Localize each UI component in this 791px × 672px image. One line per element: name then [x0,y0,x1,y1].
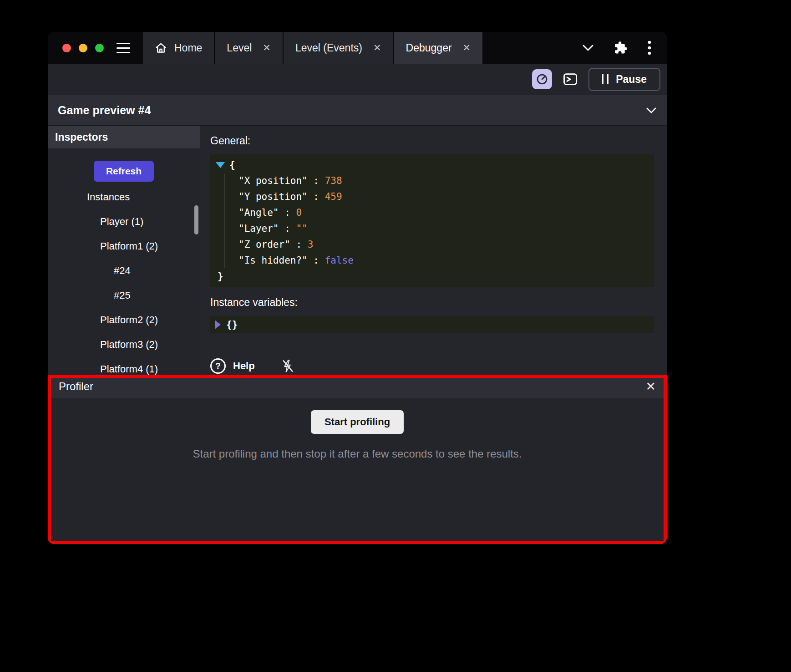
game-preview-header[interactable]: Game preview #4 [48,95,667,126]
help-label[interactable]: Help [233,360,255,372]
tab-close-icon[interactable]: ✕ [463,42,471,53]
tab-home[interactable]: Home [143,32,214,64]
tab-label: Level [227,42,252,54]
profiler-panel: Profiler ✕ Start profiling Start profili… [48,375,667,544]
tab-close-icon[interactable]: ✕ [373,42,381,53]
refresh-button[interactable]: Refresh [94,161,154,182]
app-window: Home Level ✕ Level (Events) ✕ Debugger ✕ [48,32,667,544]
profiler-title: Profiler [59,380,93,393]
json-colon: : [308,191,325,202]
tab-close-icon[interactable]: ✕ [263,42,271,53]
json-key: "X position" [238,175,308,186]
console-icon[interactable] [560,69,580,89]
inspector-detail-panel: General: { "X position" : 738 "Y positio… [200,126,667,375]
json-colon: : [308,255,325,266]
json-colon: : [308,175,325,186]
json-indent-guide [224,173,225,268]
chevron-down-icon[interactable] [646,107,657,114]
inspectors-title: Inspectors [55,131,108,143]
instances-tree: Instances Player (1) Platform1 (2) #24 #… [48,185,200,375]
tree-item-platform3[interactable]: Platform3 (2) [48,332,200,357]
game-preview-title: Game preview #4 [58,104,151,117]
chevron-down-icon[interactable] [582,44,594,51]
tree-item-24[interactable]: #24 [48,259,200,283]
debugger-body: Inspectors Refresh Instances Player (1) … [48,126,667,375]
inspectors-content: Refresh Instances Player (1) Platform1 (… [48,148,200,375]
json-key: "Layer" [238,223,279,234]
tab-level-events[interactable]: Level (Events) ✕ [284,32,393,64]
json-value: 459 [325,191,342,202]
home-icon [155,42,167,54]
json-colon: : [279,207,296,218]
debugger-toolbar: Pause [48,64,667,95]
collapse-triangle-icon[interactable] [216,162,225,168]
json-root-row: { [216,157,649,173]
json-value: 3 [308,239,314,250]
extensions-puzzle-icon[interactable] [614,41,628,55]
json-value: false [325,255,354,266]
tree-item-platform2[interactable]: Platform2 (2) [48,308,200,332]
window-minimize-button[interactable] [79,44,87,52]
pause-icon [602,74,608,84]
expand-triangle-icon[interactable] [215,320,221,329]
json-value: 738 [325,175,342,186]
flash-off-icon[interactable] [281,359,294,373]
instance-variables-viewer: {} [210,316,654,333]
tree-item-player[interactable]: Player (1) [48,209,200,234]
tab-debugger[interactable]: Debugger ✕ [394,32,483,64]
json-property-row: "Z order" : 3 [216,237,649,253]
tab-label: Home [174,42,202,54]
tree-item-platform4[interactable]: Platform4 (1) [48,357,200,375]
tree-scrollbar[interactable] [194,205,198,234]
json-property-row: "Angle" : 0 [216,205,649,221]
tab-level[interactable]: Level ✕ [215,32,283,64]
profiler-toggle-icon[interactable] [532,69,552,89]
json-key: "Y position" [238,191,308,202]
json-key: "Angle" [238,207,279,218]
tab-bar: Home Level ✕ Level (Events) ✕ Debugger ✕ [48,32,667,64]
kebab-menu-icon[interactable] [648,40,651,56]
profiler-hint-text: Start profiling and then stop it after a… [193,448,522,460]
general-json-viewer: { "X position" : 738 "Y position" : 459 … [210,154,654,287]
profiler-header: Profiler ✕ [48,375,667,398]
json-property-row: "Layer" : "" [216,221,649,237]
tab-strip: Home Level ✕ Level (Events) ✕ Debugger ✕ [143,32,482,64]
json-colon: : [279,223,296,234]
json-property-row: "Y position" : 459 [216,189,649,205]
json-key: "Z order" [238,239,290,250]
profiler-body: Start profiling Start profiling and then… [48,398,667,544]
pause-button[interactable]: Pause [588,68,660,91]
traffic-lights [48,32,117,64]
tabbar-right-controls [582,32,667,64]
inspectors-panel: Inspectors Refresh Instances Player (1) … [48,126,200,375]
pause-button-label: Pause [616,73,647,86]
json-key: "Is hidden?" [238,255,308,266]
window-close-button[interactable] [62,44,71,52]
tab-label: Debugger [406,42,452,54]
instance-variables-label: Instance variables: [210,287,654,309]
json-colon: : [290,239,308,250]
hamburger-menu-icon[interactable] [117,43,130,53]
json-property-row: "Is hidden?" : false [216,253,649,269]
tree-root-instances[interactable]: Instances [48,185,200,209]
json-close-brace: } [216,269,649,285]
profiler-close-icon[interactable]: ✕ [645,381,656,393]
json-value: 0 [296,207,302,218]
help-row: ? Help [210,358,654,374]
variables-value: {} [226,319,238,330]
window-zoom-button[interactable] [95,44,104,52]
start-profiling-button[interactable]: Start profiling [311,410,404,434]
json-value: "" [296,223,307,234]
tree-item-platform1[interactable]: Platform1 (2) [48,234,200,259]
json-open-brace: { [229,157,235,173]
tree-item-25[interactable]: #25 [48,283,200,308]
tab-label: Level (Events) [295,42,362,54]
help-icon[interactable]: ? [210,358,226,374]
json-property-row: "X position" : 738 [216,173,649,189]
inspectors-header: Inspectors [48,126,200,148]
general-section-label: General: [210,126,654,147]
